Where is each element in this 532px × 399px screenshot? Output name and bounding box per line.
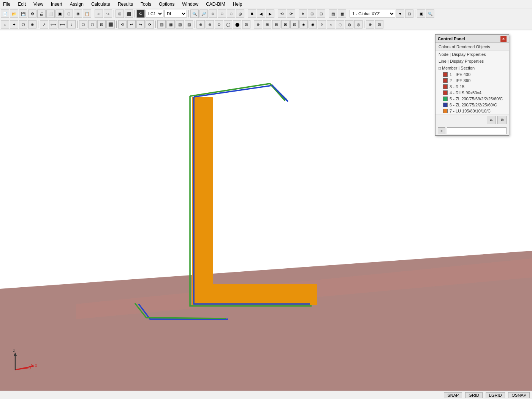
menubar-calculate[interactable]: Calculate bbox=[90, 1, 112, 8]
tb-open[interactable]: 📂 bbox=[10, 10, 18, 18]
tb-btn12[interactable]: ◎ bbox=[236, 10, 244, 18]
tb2-btn7[interactable]: ⟻ bbox=[58, 20, 66, 28]
tb-redo[interactable]: ↪ bbox=[104, 10, 112, 18]
snap-button[interactable]: SNAP bbox=[444, 392, 462, 398]
menubar-options[interactable]: Options bbox=[157, 1, 176, 8]
tb2-btn11[interactable]: ⊡ bbox=[97, 20, 106, 28]
lc-dropdown[interactable]: LC1 bbox=[146, 10, 163, 17]
tb2-btn25[interactable]: ⬤ bbox=[233, 20, 241, 28]
tb2-btn22[interactable]: ⊖ bbox=[206, 20, 214, 28]
tb-btn15[interactable]: ▶ bbox=[266, 10, 274, 18]
tb-btn4[interactable]: 🖨 bbox=[37, 10, 46, 18]
tb2-btn26[interactable]: ⊡ bbox=[242, 20, 250, 28]
tb2-btn30[interactable]: ⊠ bbox=[281, 20, 290, 28]
tb-btn16[interactable]: ⟲ bbox=[278, 10, 286, 18]
tb-btn25[interactable]: ▣ bbox=[417, 10, 425, 18]
tb2-btn2[interactable]: ✦ bbox=[10, 20, 18, 28]
member-item-6[interactable]: 6 - ZL 200/75/2/2/25/60/C bbox=[435, 102, 509, 108]
tb2-btn31[interactable]: ⊡ bbox=[290, 20, 299, 28]
viewport[interactable]: x y z Control Panel × Colors of Rendered… bbox=[0, 30, 532, 391]
tb2-btn35[interactable]: ○ bbox=[327, 20, 335, 28]
tb2-btn29[interactable]: ⊟ bbox=[272, 20, 280, 28]
tb2-btn20[interactable]: ▨ bbox=[185, 20, 193, 28]
cp-member-section-header[interactable]: □ Member | Section bbox=[435, 65, 509, 71]
tb-btn13[interactable]: ✖ bbox=[248, 10, 256, 18]
tb2-btn34[interactable]: ◊ bbox=[318, 20, 326, 28]
tb2-btn15[interactable]: ↪ bbox=[136, 20, 145, 28]
tb-save[interactable]: 💾 bbox=[19, 10, 27, 18]
member-item-4[interactable]: 4 - RHS 90x50x4 bbox=[435, 90, 509, 96]
tb2-btn9[interactable]: ⬠ bbox=[79, 20, 87, 28]
member-item-3[interactable]: 3 - R 15 bbox=[435, 84, 509, 90]
tb-btn19[interactable]: ⊞ bbox=[308, 10, 316, 18]
member-item-5[interactable]: 5 - ZL 200/75/69/2/2/25/60/C bbox=[435, 96, 509, 102]
tb2-btn14[interactable]: ↩ bbox=[127, 20, 136, 28]
tb-zoom5[interactable]: ⊙ bbox=[227, 10, 235, 18]
tb-undo[interactable]: ↩ bbox=[95, 10, 103, 18]
tb2-btn13[interactable]: ⟲ bbox=[118, 20, 127, 28]
member-item-1[interactable]: 1 - IPE 400 bbox=[435, 71, 509, 78]
tb2-btn27[interactable]: ⊕ bbox=[254, 20, 262, 28]
member-item-2[interactable]: 2 - IPE 360 bbox=[435, 78, 509, 84]
tb2-btn36[interactable]: ◌ bbox=[336, 20, 344, 28]
dl-dropdown[interactable]: DL bbox=[164, 10, 187, 17]
tb2-btn24[interactable]: ◯ bbox=[224, 20, 232, 28]
tb2-btn37[interactable]: ◍ bbox=[345, 20, 353, 28]
cp-close-button[interactable]: × bbox=[500, 36, 507, 42]
tb-btn7[interactable]: ⊡ bbox=[65, 10, 73, 18]
menubar-assign[interactable]: Assign bbox=[68, 1, 85, 8]
osnap-button[interactable]: OSNAP bbox=[508, 392, 530, 398]
tb-zoom4[interactable]: ⊖ bbox=[218, 10, 226, 18]
tb2-btn19[interactable]: ▧ bbox=[176, 20, 184, 28]
tb-btn5[interactable]: ⬜ bbox=[46, 10, 55, 18]
menubar-view[interactable]: View bbox=[32, 1, 45, 8]
menubar-help[interactable]: Help bbox=[231, 1, 244, 8]
tb2-btn21[interactable]: ⊕ bbox=[196, 20, 205, 28]
tb-btn24[interactable]: ⊡ bbox=[405, 10, 413, 18]
lgrid-button[interactable]: LGRID bbox=[486, 392, 505, 398]
tb2-btn1[interactable]: ⬦ bbox=[1, 20, 9, 28]
tb-btn20[interactable]: ⊟ bbox=[317, 10, 325, 18]
cp-footer-list-btn[interactable]: ≡ bbox=[438, 127, 445, 134]
tb-zoom2[interactable]: 🔎 bbox=[200, 10, 208, 18]
menubar-window[interactable]: Window bbox=[180, 1, 200, 8]
tb-btn17[interactable]: ⟳ bbox=[287, 10, 295, 18]
tb2-btn39[interactable]: ⊕ bbox=[366, 20, 374, 28]
menubar-insert[interactable]: Insert bbox=[49, 1, 64, 8]
cp-edit-button[interactable]: ✏ bbox=[487, 116, 496, 124]
cp-node-display[interactable]: Node | Display Properties bbox=[435, 51, 509, 58]
tb-btn14[interactable]: ◀ bbox=[257, 10, 265, 18]
tb-zoom3[interactable]: ⊕ bbox=[209, 10, 217, 18]
tb-btn26[interactable]: 🔍 bbox=[426, 10, 434, 18]
tb2-btn32[interactable]: ◈ bbox=[299, 20, 308, 28]
tb-btn11[interactable]: ⬛ bbox=[125, 10, 133, 18]
member-item-7[interactable]: 7 - LU 195/80/10/10/C bbox=[435, 108, 509, 114]
cp-copy-button[interactable]: ⧉ bbox=[497, 116, 507, 124]
view-dropdown[interactable]: 1 - Global XYZ bbox=[350, 10, 395, 17]
tb2-btn33[interactable]: ◉ bbox=[309, 20, 317, 28]
tb2-btn5[interactable]: ↗ bbox=[40, 20, 48, 28]
tb2-btn28[interactable]: ⊞ bbox=[263, 20, 271, 28]
tb-btn22[interactable]: ▦ bbox=[338, 10, 346, 18]
tb2-btn4[interactable]: ⊕ bbox=[28, 20, 36, 28]
tb2-btn23[interactable]: ⊙ bbox=[215, 20, 223, 28]
tb2-btn6[interactable]: ⟺ bbox=[49, 20, 57, 28]
tb-btn10[interactable]: ⊞ bbox=[116, 10, 124, 18]
tb2-btn40[interactable]: ⊡ bbox=[375, 20, 383, 28]
tb-btn8[interactable]: ⊠ bbox=[74, 10, 82, 18]
menubar-cadbim[interactable]: CAD-BIM bbox=[204, 1, 227, 8]
tb2-btn16[interactable]: ⟳ bbox=[146, 20, 154, 28]
tb-btn18[interactable]: 🖱 bbox=[299, 10, 307, 18]
menubar-file[interactable]: File bbox=[2, 1, 12, 8]
tb-btn6[interactable]: ▣ bbox=[55, 10, 64, 18]
menubar-edit[interactable]: Edit bbox=[16, 1, 27, 8]
menubar-tools[interactable]: Tools bbox=[139, 1, 153, 8]
tb-g[interactable]: G bbox=[136, 10, 145, 18]
cp-footer-input[interactable] bbox=[447, 127, 507, 134]
tb2-btn10[interactable]: ⬡ bbox=[88, 20, 97, 28]
tb-btn9[interactable]: 📋 bbox=[83, 10, 91, 18]
tb-zoom1[interactable]: 🔍 bbox=[190, 10, 199, 18]
grid-button[interactable]: GRID bbox=[465, 392, 483, 398]
tb2-btn18[interactable]: ▦ bbox=[166, 20, 175, 28]
tb-new[interactable]: 📄 bbox=[1, 10, 9, 18]
